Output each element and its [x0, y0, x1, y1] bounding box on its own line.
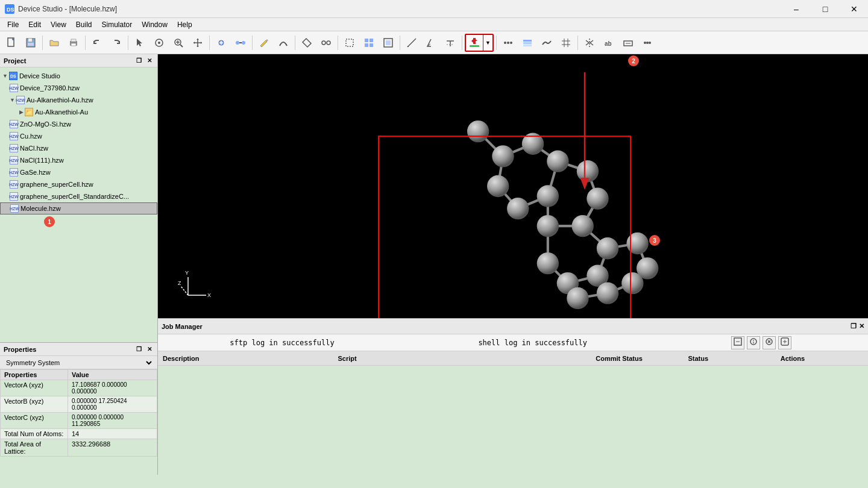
pointer-button[interactable]	[131, 34, 149, 52]
layer-button[interactable]	[518, 34, 536, 52]
svg-rect-28	[365, 43, 368, 47]
hzw-icon-cu: HZW	[10, 132, 18, 140]
prop-val-area: 3332.296688	[68, 439, 157, 457]
tree-item-nacl111[interactable]: HZW NaCl(111).hzw	[0, 154, 157, 166]
fragment-button[interactable]	[298, 34, 316, 52]
svg-text:X: X	[207, 292, 211, 298]
curve-button[interactable]	[274, 34, 292, 52]
svg-point-93	[587, 187, 608, 209]
properties-filter-select[interactable]: Symmetry System	[4, 358, 154, 367]
abc-button[interactable]: ab	[600, 34, 618, 52]
prop-row-vectora: VectorA (xyz) 17.108687 0.000000 0.00000…	[1, 380, 157, 396]
menu-build[interactable]: Build	[71, 18, 97, 31]
tree-item-device-737980[interactable]: HZW Device_737980.hzw	[0, 82, 157, 94]
tree-item-au-alkanethiol[interactable]: ▼ HZW Au-Alkanethiol-Au.hzw	[0, 94, 157, 106]
select-all-button[interactable]	[360, 34, 378, 52]
open-button[interactable]	[45, 34, 63, 52]
tree-item-nacl[interactable]: HZW NaCl.hzw	[0, 142, 157, 154]
tree-item-gase[interactable]: HZW GaSe.hzw	[0, 166, 157, 178]
job-close-button[interactable]: ✕	[859, 322, 864, 330]
job-restore-button[interactable]: ❐	[851, 322, 857, 330]
fragment2-button[interactable]	[317, 34, 335, 52]
prop-row-vectorc: VectorC (xyz) 0.000000 0.000000 11.29086…	[1, 413, 157, 429]
properties-filter[interactable]: Symmetry System	[0, 356, 157, 369]
add-atom-button[interactable]	[212, 34, 230, 52]
svg-rect-41	[473, 38, 476, 44]
expand-icon: ▼	[2, 73, 8, 79]
hzw-icon-graphene: HZW	[10, 180, 18, 189]
download-arrow[interactable]: ▼	[483, 35, 492, 51]
window-controls[interactable]: – □ ✕	[782, 0, 868, 17]
arrange-button[interactable]	[499, 34, 517, 52]
properties-restore-button[interactable]: ❐	[134, 345, 143, 354]
select-region-button[interactable]	[379, 34, 397, 52]
bond-button[interactable]	[231, 34, 250, 52]
grid-button[interactable]	[557, 34, 575, 52]
job-icon-1[interactable]	[731, 336, 744, 349]
svg-rect-31	[386, 40, 391, 45]
properties-header-controls[interactable]: ❐ ✕	[134, 345, 154, 354]
redo-button[interactable]	[107, 34, 125, 52]
menu-view[interactable]: View	[46, 18, 71, 31]
menu-window[interactable]: Window	[137, 18, 172, 31]
menu-simulator[interactable]: Simulator	[97, 18, 137, 31]
project-close-button[interactable]: ✕	[145, 57, 154, 65]
undo-button[interactable]	[88, 34, 106, 52]
menu-file[interactable]: File	[2, 18, 24, 31]
hand-button[interactable]	[150, 34, 168, 52]
symmetry-button[interactable]	[580, 34, 599, 52]
select-rect-button[interactable]	[341, 34, 359, 52]
svg-point-58	[649, 42, 651, 44]
maximize-button[interactable]: □	[811, 0, 839, 18]
col-status: Status	[684, 355, 776, 362]
job-status-icons[interactable]	[731, 336, 796, 349]
tree-item-graphene-std[interactable]: HZW graphene_superCell_StandardizeC...	[0, 190, 157, 202]
menu-edit[interactable]: Edit	[24, 18, 46, 31]
project-restore-button[interactable]: ❐	[134, 57, 143, 65]
close-button[interactable]: ✕	[840, 0, 868, 18]
download-dropdown[interactable]: ▼	[465, 34, 494, 52]
col-value: Value	[68, 370, 157, 380]
minimize-button[interactable]: –	[782, 0, 810, 18]
svg-rect-4	[28, 39, 32, 42]
job-icon-2[interactable]	[747, 336, 760, 349]
tree-label-gase: GaSe.hzw	[20, 169, 51, 176]
save-button[interactable]	[22, 34, 40, 52]
pencil-button[interactable]	[255, 34, 273, 52]
new-button[interactable]	[2, 34, 20, 52]
viewport[interactable]: 2 3 Y X Z	[158, 54, 868, 318]
job-status-bar: sftp log in successfully shell log in su…	[158, 334, 868, 351]
tree-item-au-folder[interactable]: ▶ 📁 Au-Alkanethiol-Au	[0, 106, 157, 118]
svg-point-10	[158, 42, 160, 44]
tree-item-graphene[interactable]: HZW graphene_superCell.hzw	[0, 178, 157, 190]
job-header-controls[interactable]: ❐ ✕	[851, 322, 864, 330]
col-commit-status: Commit Status	[591, 355, 683, 362]
dihedral-button[interactable]	[441, 34, 459, 52]
project-header-controls[interactable]: ❐ ✕	[134, 57, 154, 65]
print-button[interactable]	[64, 34, 83, 52]
download-main[interactable]	[466, 36, 483, 50]
surface-button[interactable]	[538, 34, 556, 52]
properties-close-button[interactable]: ✕	[145, 345, 154, 354]
edit-text-button[interactable]	[619, 34, 637, 52]
tree-item-molecule[interactable]: HZW Molecule.hzw 1	[0, 202, 157, 214]
svg-point-91	[537, 185, 559, 207]
translate-button[interactable]	[189, 34, 207, 52]
angle-button[interactable]	[422, 34, 440, 52]
measure-button[interactable]	[403, 34, 421, 52]
tree-label-device-studio: Device Studio	[19, 72, 60, 80]
tree-item-zno[interactable]: HZW ZnO-MgO-Si.hzw	[0, 118, 157, 130]
tree-item-device-studio[interactable]: ▼ DS Device Studio	[0, 70, 157, 82]
properties-title: Properties	[4, 346, 36, 353]
shell-status: shell log in successfully	[478, 339, 587, 347]
extra-button[interactable]	[638, 34, 656, 52]
svg-rect-25	[346, 39, 353, 46]
hzw-icon-molecule: HZW	[10, 204, 19, 213]
zoom-button[interactable]	[169, 34, 187, 52]
tree-item-cu[interactable]: HZW Cu.hzw	[0, 130, 157, 142]
job-icon-3[interactable]	[763, 336, 776, 349]
menu-help[interactable]: Help	[172, 18, 197, 31]
badge-2: 2	[628, 55, 639, 66]
job-icon-4[interactable]	[778, 336, 791, 349]
tree-label-graphene-std: graphene_superCell_StandardizeC...	[20, 193, 129, 200]
